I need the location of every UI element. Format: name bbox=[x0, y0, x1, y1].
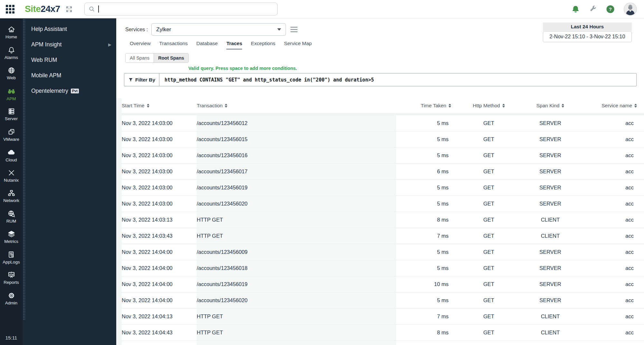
time-range-value[interactable]: 2-Nov-22 15:10 - 3-Nov-22 15:10 bbox=[543, 31, 632, 42]
tab-service-map[interactable]: Service Map bbox=[284, 41, 312, 50]
sidebar-item-web[interactable]: Web bbox=[0, 63, 23, 84]
cell-span-kind: CLIENT bbox=[519, 212, 581, 228]
site24x7-logo[interactable]: Site24x7 bbox=[25, 4, 60, 14]
nutanix-icon bbox=[7, 169, 15, 177]
column-header-service-name[interactable]: Service name bbox=[581, 103, 644, 109]
panel-item-mobile-apm[interactable]: Mobile APM bbox=[23, 68, 116, 83]
cell-time-taken: 7 ms bbox=[396, 309, 458, 325]
cell-transaction: HTTP GET bbox=[197, 212, 396, 228]
trace-row[interactable]: Nov 3, 2022 14:03:00/accounts/1234560125… bbox=[122, 115, 644, 131]
cell-time-taken: 6 ms bbox=[396, 164, 458, 180]
cell-time-taken: 10 ms bbox=[396, 276, 458, 292]
cell-http-method: GET bbox=[458, 244, 519, 260]
toggle-root-spans[interactable]: Root Spans bbox=[154, 53, 188, 62]
trace-row[interactable]: Nov 3, 2022 14:04:00/accounts/1234560095… bbox=[122, 244, 644, 260]
sidebar-item-alarms[interactable]: Alarms bbox=[0, 43, 23, 63]
service-list-menu-icon[interactable] bbox=[290, 27, 298, 32]
primary-sidebar: HomeAlarmsWebAPMServerVMwareCloudNutanix… bbox=[0, 18, 23, 345]
sidebar-item-admin[interactable]: Admin bbox=[0, 288, 23, 309]
trace-row[interactable]: Nov 3, 2022 14:04:00/accounts/1234560191… bbox=[122, 276, 644, 292]
sidebar-item-rum[interactable]: RUM bbox=[0, 206, 23, 227]
sidebar-item-apm[interactable]: APM bbox=[0, 84, 23, 104]
sidebar-item-vmware[interactable]: VMware bbox=[0, 125, 23, 145]
cell-transaction: /accounts/123456016 bbox=[197, 148, 396, 164]
trace-row[interactable]: Nov 3, 2022 14:04:43HTTP GET8 msGETCLIEN… bbox=[122, 325, 644, 341]
sort-icon[interactable] bbox=[225, 104, 227, 108]
cell-span-kind: SERVER bbox=[519, 196, 581, 212]
sidebar-item-label: RUM bbox=[6, 219, 16, 224]
applogs-icon bbox=[7, 251, 15, 259]
trace-row[interactable]: Nov 3, 2022 14:04:00/accounts/1234560185… bbox=[122, 260, 644, 276]
cell-service-name: acc bbox=[581, 164, 644, 180]
expand-icon[interactable] bbox=[65, 5, 73, 13]
sidebar-item-nutanix[interactable]: Nutanix bbox=[0, 166, 23, 186]
avatar[interactable] bbox=[624, 3, 637, 16]
sidebar-item-cloud[interactable]: Cloud bbox=[0, 145, 23, 166]
apps-grid-icon[interactable] bbox=[6, 5, 14, 14]
sort-icon[interactable] bbox=[449, 104, 451, 108]
column-header-start-time[interactable]: Start Time bbox=[122, 103, 197, 109]
cell-time-taken: 5 ms bbox=[396, 115, 458, 131]
column-label: Time Taken bbox=[421, 103, 446, 109]
cell-start-time: Nov 3, 2022 14:03:00 bbox=[122, 180, 197, 196]
trace-row[interactable]: Nov 3, 2022 14:03:00/accounts/1234560195… bbox=[122, 180, 644, 196]
tab-exceptions[interactable]: Exceptions bbox=[251, 41, 275, 50]
trace-row[interactable]: Nov 3, 2022 14:03:43HTTP GET7 msGETCLIEN… bbox=[122, 228, 644, 244]
sidebar-item-label: Alarms bbox=[5, 55, 18, 60]
cell-span-kind: SERVER bbox=[519, 244, 581, 260]
filter-by-button[interactable]: Filter By bbox=[124, 73, 159, 86]
service-select[interactable]: Zylker bbox=[151, 23, 286, 36]
trace-row[interactable]: Nov 3, 2022 14:04:00/accounts/1234560205… bbox=[122, 292, 644, 309]
sort-icon[interactable] bbox=[147, 104, 149, 108]
cell-service-name: acc bbox=[581, 309, 644, 325]
cell-service-name: acc bbox=[581, 148, 644, 164]
cell-start-time: Nov 3, 2022 14:03:00 bbox=[122, 148, 197, 164]
trace-row[interactable]: Nov 3, 2022 14:03:00/accounts/1234560155… bbox=[122, 131, 644, 148]
sort-icon[interactable] bbox=[502, 104, 505, 108]
global-search[interactable] bbox=[84, 3, 278, 15]
sidebar-item-label: Nutanix bbox=[4, 178, 19, 183]
sidebar-item-label: Metrics bbox=[4, 239, 18, 244]
sidebar-item-applogs[interactable]: AppLogs bbox=[0, 247, 23, 268]
column-header-span-kind[interactable]: Span Kind bbox=[519, 103, 581, 109]
cell-transaction: /accounts/123456020 bbox=[197, 196, 396, 212]
wrench-icon[interactable] bbox=[589, 5, 597, 13]
trace-row[interactable]: Nov 3, 2022 14:04:13HTTP GET7 msGETCLIEN… bbox=[122, 309, 644, 325]
trace-row[interactable]: Nov 3, 2022 14:03:00/accounts/1234560176… bbox=[122, 164, 644, 180]
search-input[interactable] bbox=[100, 6, 273, 12]
sidebar-item-metrics[interactable]: Metrics bbox=[0, 227, 23, 247]
time-range-picker: Last 24 Hours 2-Nov-22 15:10 - 3-Nov-22 … bbox=[543, 23, 632, 42]
panel-item-opentelemetry[interactable]: OpentelemetryPvt bbox=[23, 83, 116, 99]
sort-icon[interactable] bbox=[634, 104, 637, 108]
panel-item-web-rum[interactable]: Web RUM bbox=[23, 52, 116, 68]
column-header-http-method[interactable]: Http Method bbox=[458, 103, 519, 109]
panel-item-help-assistant[interactable]: Help Assistant bbox=[23, 21, 116, 37]
trace-row[interactable]: Nov 3, 2022 14:03:00/accounts/1234560205… bbox=[122, 196, 644, 212]
help-icon[interactable]: ? bbox=[606, 5, 615, 14]
column-label: Service name bbox=[601, 103, 632, 109]
trace-row[interactable]: Nov 3, 2022 14:03:13HTTP GET8 msGETCLIEN… bbox=[122, 212, 644, 228]
toggle-all-spans[interactable]: All Spans bbox=[126, 53, 154, 62]
sidebar-item-reports[interactable]: Reports bbox=[0, 268, 23, 288]
sort-icon[interactable] bbox=[562, 104, 564, 108]
column-header-time-taken[interactable]: Time Taken bbox=[396, 103, 458, 109]
sidebar-item-network[interactable]: Network bbox=[0, 186, 23, 206]
column-header-transaction[interactable]: Transaction bbox=[197, 103, 396, 109]
cell-time-taken: 8 ms bbox=[396, 212, 458, 228]
panel-item-apm-insight[interactable]: APM Insight▶ bbox=[23, 37, 116, 52]
tab-transactions[interactable]: Transactions bbox=[159, 41, 188, 50]
trace-row[interactable]: Nov 3, 2022 14:05:00/accounts/1234560096… bbox=[122, 341, 644, 345]
panel-item-label: Web RUM bbox=[31, 57, 57, 63]
trace-row[interactable]: Nov 3, 2022 14:03:00/accounts/1234560165… bbox=[122, 148, 644, 164]
sidebar-item-server[interactable]: Server bbox=[0, 104, 23, 125]
cell-start-time: Nov 3, 2022 14:04:00 bbox=[122, 260, 197, 276]
cell-service-name: acc bbox=[581, 212, 644, 228]
tab-traces[interactable]: Traces bbox=[226, 41, 242, 50]
notification-bell-icon[interactable] bbox=[571, 5, 580, 14]
time-range-preset[interactable]: Last 24 Hours bbox=[543, 23, 632, 31]
tab-database[interactable]: Database bbox=[196, 41, 218, 50]
tab-overview[interactable]: Overview bbox=[130, 41, 151, 50]
cell-http-method: GET bbox=[458, 212, 519, 228]
sidebar-item-home[interactable]: Home bbox=[0, 22, 23, 43]
filter-query-input[interactable]: http_method CONTAINS "GET" and http_stat… bbox=[159, 73, 636, 86]
